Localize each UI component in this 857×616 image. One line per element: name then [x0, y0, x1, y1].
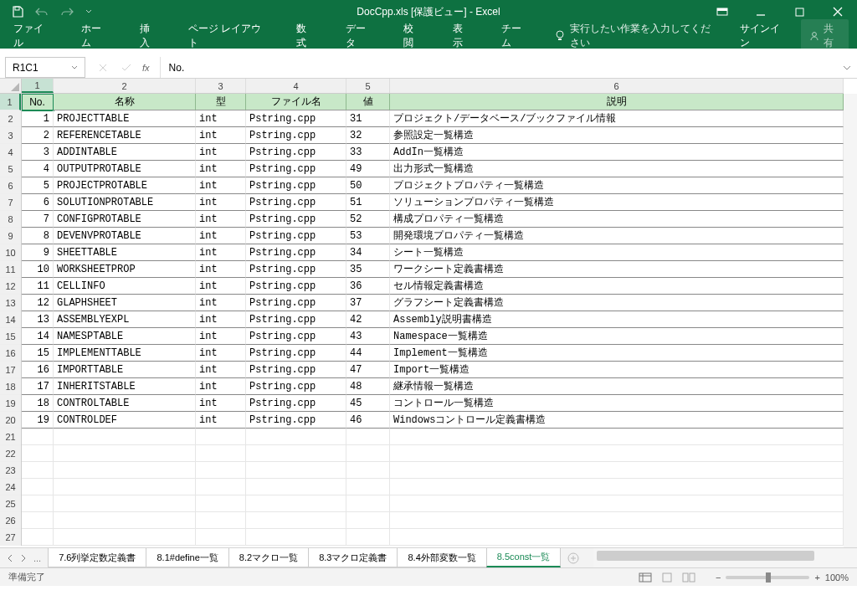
- tab-nav-prev-icon[interactable]: [7, 554, 13, 562]
- cell[interactable]: int: [196, 194, 246, 211]
- cell[interactable]: [54, 495, 196, 512]
- row-header[interactable]: 14: [0, 311, 21, 328]
- cell[interactable]: 7: [22, 211, 54, 228]
- cell[interactable]: 35: [346, 261, 390, 278]
- cell[interactable]: [346, 462, 390, 479]
- cell[interactable]: int: [196, 177, 246, 194]
- row-header[interactable]: 16: [0, 345, 21, 362]
- cell[interactable]: [346, 429, 390, 445]
- cell[interactable]: int: [196, 261, 246, 278]
- ribbon-options-icon[interactable]: [703, 0, 742, 23]
- cell[interactable]: INHERITSTABLE: [54, 378, 196, 395]
- cell[interactable]: int: [196, 395, 246, 412]
- cell[interactable]: No.: [22, 94, 54, 110]
- row-header[interactable]: 23: [0, 462, 21, 479]
- cell[interactable]: [390, 495, 844, 512]
- cell[interactable]: 3: [22, 144, 54, 161]
- cell[interactable]: [246, 512, 346, 529]
- cell[interactable]: 36: [346, 278, 390, 295]
- cell[interactable]: 18: [22, 395, 54, 412]
- row-header[interactable]: 17: [0, 362, 21, 378]
- cell[interactable]: CONTROLTABLE: [54, 395, 196, 412]
- cell[interactable]: [22, 512, 54, 529]
- cell[interactable]: 31: [346, 110, 390, 127]
- cell[interactable]: OUTPUTPROTABLE: [54, 161, 196, 177]
- cell[interactable]: Pstring.cpp: [246, 328, 346, 345]
- cell[interactable]: [390, 512, 844, 529]
- cell[interactable]: int: [196, 295, 246, 311]
- tab-nav-next-icon[interactable]: [20, 554, 27, 562]
- cell[interactable]: int: [196, 378, 246, 395]
- cell[interactable]: 16: [22, 362, 54, 378]
- cell[interactable]: 51: [346, 194, 390, 211]
- cell[interactable]: [22, 462, 54, 479]
- cell[interactable]: WORKSHEETPROP: [54, 261, 196, 278]
- cell[interactable]: Pstring.cpp: [246, 127, 346, 144]
- cell[interactable]: Pstring.cpp: [246, 194, 346, 211]
- cell[interactable]: [246, 429, 346, 445]
- cell[interactable]: 33: [346, 144, 390, 161]
- row-header[interactable]: 3: [0, 127, 21, 144]
- cell[interactable]: 42: [346, 311, 390, 328]
- cell[interactable]: ASSEMBLYEXPL: [54, 311, 196, 328]
- cell[interactable]: 継承情報一覧構造: [390, 378, 844, 395]
- row-header[interactable]: 9: [0, 228, 21, 244]
- save-icon[interactable]: [12, 6, 23, 18]
- cell[interactable]: プロジェクトプロパティ一覧構造: [390, 177, 844, 194]
- cell[interactable]: 出力形式一覧構造: [390, 161, 844, 177]
- column-headers[interactable]: 123456: [22, 79, 844, 94]
- row-header[interactable]: 12: [0, 278, 21, 295]
- enter-formula-icon[interactable]: [119, 60, 134, 75]
- cell[interactable]: シート一覧構造: [390, 244, 844, 261]
- cell[interactable]: [196, 479, 246, 495]
- cell[interactable]: 12: [22, 295, 54, 311]
- cell[interactable]: [346, 512, 390, 529]
- cell[interactable]: SOLUTIONPROTABLE: [54, 194, 196, 211]
- cell[interactable]: [196, 462, 246, 479]
- cell[interactable]: 47: [346, 362, 390, 378]
- cell[interactable]: 53: [346, 228, 390, 244]
- cell[interactable]: [54, 512, 196, 529]
- cell[interactable]: 44: [346, 345, 390, 362]
- cell[interactable]: 52: [346, 211, 390, 228]
- cell[interactable]: Pstring.cpp: [246, 395, 346, 412]
- cell[interactable]: Pstring.cpp: [246, 261, 346, 278]
- cell[interactable]: [390, 462, 844, 479]
- cell[interactable]: int: [196, 311, 246, 328]
- cell[interactable]: 8: [22, 228, 54, 244]
- cell[interactable]: [54, 445, 196, 462]
- zoom-slider[interactable]: [726, 576, 809, 579]
- cell[interactable]: [390, 529, 844, 546]
- cell[interactable]: 45: [346, 395, 390, 412]
- cell[interactable]: 19: [22, 412, 54, 429]
- cell[interactable]: int: [196, 127, 246, 144]
- column-header[interactable]: 4: [246, 79, 346, 93]
- cell[interactable]: Pstring.cpp: [246, 278, 346, 295]
- cell[interactable]: int: [196, 278, 246, 295]
- cell[interactable]: Pstring.cpp: [246, 144, 346, 161]
- cell[interactable]: int: [196, 228, 246, 244]
- cell[interactable]: int: [196, 362, 246, 378]
- cell[interactable]: int: [196, 144, 246, 161]
- cell[interactable]: 参照設定一覧構造: [390, 127, 844, 144]
- view-page-layout-icon[interactable]: [660, 572, 674, 583]
- cell[interactable]: [246, 495, 346, 512]
- redo-icon[interactable]: [60, 7, 74, 17]
- row-header[interactable]: 15: [0, 328, 21, 345]
- cell[interactable]: int: [196, 161, 246, 177]
- cell[interactable]: 6: [22, 194, 54, 211]
- cell[interactable]: DEVENVPROTABLE: [54, 228, 196, 244]
- cell[interactable]: [196, 445, 246, 462]
- cell[interactable]: PROJECTTABLE: [54, 110, 196, 127]
- cell[interactable]: コントロール一覧構造: [390, 395, 844, 412]
- cell[interactable]: Windowsコントロール定義書構造: [390, 412, 844, 429]
- column-header[interactable]: 2: [54, 79, 196, 93]
- row-headers[interactable]: 1234567891011121314151617181920212223242…: [0, 94, 22, 546]
- cell[interactable]: [346, 445, 390, 462]
- cell[interactable]: 2: [22, 127, 54, 144]
- column-header[interactable]: 5: [346, 79, 390, 93]
- cell[interactable]: 1: [22, 110, 54, 127]
- cell[interactable]: 37: [346, 295, 390, 311]
- cell[interactable]: 49: [346, 161, 390, 177]
- row-header[interactable]: 25: [0, 495, 21, 512]
